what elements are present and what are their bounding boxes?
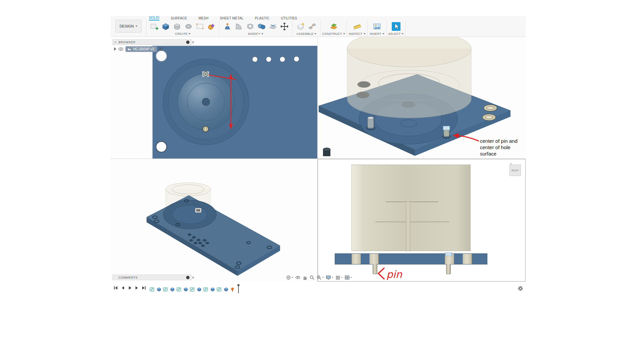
inspect-menu[interactable]: INSPECT bbox=[348, 32, 365, 36]
construct-menu[interactable]: CONSTRUCT bbox=[322, 32, 345, 36]
browser-options-icon[interactable] bbox=[186, 41, 190, 44]
step-back-button[interactable] bbox=[120, 286, 125, 290]
skip-to-start-button[interactable] bbox=[113, 286, 118, 290]
tab-surface[interactable]: SURFACE bbox=[171, 16, 187, 20]
extrude-feature-icon[interactable] bbox=[183, 287, 188, 292]
construction-plane-icon[interactable] bbox=[329, 22, 338, 31]
sketch-feature-icon[interactable] bbox=[163, 287, 168, 292]
insert-menu[interactable]: INSERT bbox=[370, 32, 384, 36]
sensor-cylinder-transparent[interactable] bbox=[347, 37, 471, 118]
box-icon[interactable] bbox=[161, 22, 170, 31]
plate-top-view[interactable] bbox=[153, 46, 318, 159]
viewcube[interactable]: RIGHT bbox=[509, 165, 521, 176]
combine-icon[interactable] bbox=[257, 22, 266, 31]
extrude-feature-icon[interactable] bbox=[170, 287, 175, 292]
torus-icon[interactable] bbox=[184, 22, 193, 31]
tab-solid[interactable]: SOLID bbox=[149, 16, 159, 20]
fillet-icon[interactable] bbox=[234, 22, 244, 31]
chevron-down-icon bbox=[261, 33, 263, 35]
ribbon: DESIGN SOLID SURFACE MESH SHEET METAL PL… bbox=[111, 16, 526, 37]
extrude-feature-icon[interactable] bbox=[210, 287, 215, 292]
press-pull-icon[interactable] bbox=[223, 22, 232, 31]
browser-expand-icon[interactable] bbox=[193, 41, 194, 44]
ribbon-tabs: SOLID SURFACE MESH SHEET METAL PLASTIC U… bbox=[149, 16, 297, 20]
board-iso[interactable] bbox=[147, 195, 280, 276]
extrude-feature-icon[interactable] bbox=[156, 287, 161, 292]
cylinder-side-view[interactable] bbox=[352, 165, 471, 251]
display-settings-icon[interactable] bbox=[325, 275, 334, 281]
zoom-icon[interactable] bbox=[309, 275, 315, 281]
selected-pin-face[interactable] bbox=[445, 252, 452, 256]
collapse-browser-icon[interactable]: « bbox=[114, 40, 116, 44]
comments-options-icon[interactable] bbox=[186, 276, 190, 279]
timeline-features bbox=[150, 285, 239, 293]
center-post-side-view[interactable] bbox=[406, 202, 410, 251]
timeline-settings-gear-icon[interactable] bbox=[518, 286, 523, 293]
sketch-feature-icon[interactable] bbox=[150, 287, 155, 292]
tab-utilities[interactable]: UTILITIES bbox=[281, 16, 297, 20]
standoff-pin-selected[interactable] bbox=[443, 126, 450, 138]
viewport-top-view[interactable] bbox=[111, 37, 318, 159]
chevron-down-icon bbox=[136, 25, 138, 27]
cylinder-icon[interactable] bbox=[172, 22, 182, 31]
shell-icon[interactable] bbox=[246, 22, 255, 31]
zoom-window-icon[interactable] bbox=[316, 275, 324, 281]
pushpin-feature-icon[interactable] bbox=[230, 287, 235, 292]
assemble-menu[interactable]: ASSEMBLE bbox=[297, 32, 317, 36]
tab-mesh[interactable]: MESH bbox=[199, 16, 209, 20]
sketch-feature-icon[interactable] bbox=[217, 287, 222, 292]
ribbon-group-select: SELECT bbox=[387, 20, 406, 37]
modify-menu[interactable]: MODIFY bbox=[248, 32, 264, 36]
select-cursor-icon[interactable] bbox=[391, 22, 401, 31]
orbit-icon[interactable] bbox=[285, 275, 294, 281]
visibility-eye-icon[interactable] bbox=[118, 47, 123, 51]
viewports-icon[interactable] bbox=[344, 275, 353, 281]
extrude-feature-icon[interactable] bbox=[223, 287, 228, 292]
ribbon-group-inspect: INSPECT bbox=[347, 20, 368, 37]
ribbon-group-insert: INSERT bbox=[368, 20, 387, 37]
comments-expand-icon[interactable] bbox=[193, 276, 194, 279]
activate-component-radio[interactable] bbox=[159, 47, 163, 51]
bottom-pin[interactable] bbox=[203, 126, 209, 132]
extrude-feature-icon[interactable] bbox=[197, 287, 202, 292]
pattern-icon[interactable] bbox=[195, 22, 205, 31]
top-pin-selected[interactable] bbox=[202, 71, 209, 77]
skip-to-end-button[interactable] bbox=[142, 286, 146, 290]
create-menu[interactable]: CREATE bbox=[175, 32, 191, 36]
standoff-pin-left[interactable] bbox=[367, 117, 375, 130]
create-sketch-icon[interactable] bbox=[150, 22, 159, 31]
viewport-board-iso[interactable] bbox=[111, 159, 318, 282]
play-button[interactable] bbox=[127, 286, 132, 290]
viewport-right-view[interactable]: Z RIGHT pin bbox=[318, 159, 526, 282]
design-menu-button[interactable]: DESIGN bbox=[115, 20, 142, 33]
look-at-icon[interactable] bbox=[295, 275, 301, 281]
measure-icon[interactable] bbox=[353, 22, 362, 31]
ribbon-group-modify: MODIFY bbox=[219, 20, 292, 37]
move-copy-icon[interactable] bbox=[280, 22, 289, 31]
timeline-position-marker[interactable] bbox=[238, 285, 239, 293]
canvas-icon[interactable] bbox=[372, 22, 382, 31]
form-icon[interactable] bbox=[207, 22, 216, 31]
sketch-feature-icon[interactable] bbox=[176, 287, 181, 292]
browser-title: BROWSER bbox=[118, 41, 136, 44]
split-face-icon[interactable] bbox=[268, 22, 278, 31]
comments-panel-header[interactable]: COMMENTS bbox=[112, 275, 192, 280]
sketch-feature-icon[interactable] bbox=[190, 287, 195, 292]
select-menu[interactable]: SELECT bbox=[388, 32, 404, 36]
pan-icon[interactable] bbox=[302, 275, 308, 281]
tab-sheet-metal[interactable]: SHEET METAL bbox=[220, 16, 244, 20]
ribbon-group-construct: CONSTRUCT bbox=[321, 20, 347, 37]
sketch-feature-icon[interactable] bbox=[203, 287, 208, 292]
component-item[interactable]: HC-SR04P v3 bbox=[125, 46, 157, 52]
chevron-down-icon bbox=[401, 33, 404, 35]
decal-marker-icon[interactable] bbox=[195, 208, 201, 213]
step-forward-button[interactable] bbox=[135, 286, 139, 290]
joint-icon[interactable] bbox=[308, 22, 317, 31]
plate-side-view[interactable] bbox=[335, 253, 487, 264]
browser-panel-header[interactable]: « BROWSER bbox=[112, 39, 192, 45]
tab-plastic[interactable]: PLASTIC bbox=[255, 16, 269, 20]
pin-right-side-view[interactable] bbox=[446, 264, 451, 274]
new-component-icon[interactable] bbox=[296, 22, 306, 31]
grid-display-icon[interactable] bbox=[335, 275, 343, 281]
tree-expand-icon[interactable] bbox=[114, 47, 116, 51]
